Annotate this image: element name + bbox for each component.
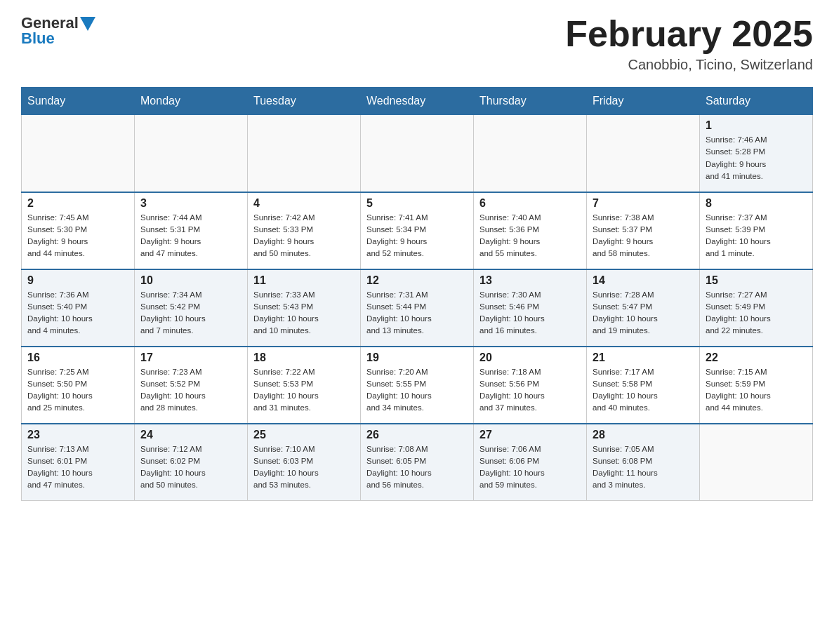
weekday-header-tuesday: Tuesday xyxy=(248,88,361,115)
day-number: 22 xyxy=(706,351,807,364)
day-number: 16 xyxy=(27,351,128,364)
calendar-cell xyxy=(248,115,361,192)
day-number: 9 xyxy=(27,274,128,287)
calendar-cell: 5Sunrise: 7:41 AM Sunset: 5:34 PM Daylig… xyxy=(361,192,474,269)
calendar-cell: 27Sunrise: 7:06 AM Sunset: 6:06 PM Dayli… xyxy=(474,424,587,501)
day-number: 17 xyxy=(140,351,241,364)
calendar-cell: 8Sunrise: 7:37 AM Sunset: 5:39 PM Daylig… xyxy=(700,192,813,269)
day-info: Sunrise: 7:31 AM Sunset: 5:44 PM Dayligh… xyxy=(366,289,468,337)
weekday-header-row: SundayMondayTuesdayWednesdayThursdayFrid… xyxy=(22,88,813,115)
day-info: Sunrise: 7:20 AM Sunset: 5:55 PM Dayligh… xyxy=(366,366,468,415)
calendar-cell: 22Sunrise: 7:15 AM Sunset: 5:59 PM Dayli… xyxy=(700,347,813,424)
calendar-cell: 2Sunrise: 7:45 AM Sunset: 5:30 PM Daylig… xyxy=(22,192,135,269)
calendar-cell: 7Sunrise: 7:38 AM Sunset: 5:37 PM Daylig… xyxy=(587,192,700,269)
calendar-cell: 17Sunrise: 7:23 AM Sunset: 5:52 PM Dayli… xyxy=(135,347,248,424)
day-info: Sunrise: 7:27 AM Sunset: 5:49 PM Dayligh… xyxy=(706,289,807,337)
calendar-cell: 13Sunrise: 7:30 AM Sunset: 5:46 PM Dayli… xyxy=(474,269,587,347)
day-info: Sunrise: 7:37 AM Sunset: 5:39 PM Dayligh… xyxy=(706,212,807,260)
day-number: 6 xyxy=(479,197,581,210)
day-info: Sunrise: 7:10 AM Sunset: 6:03 PM Dayligh… xyxy=(253,443,355,492)
calendar-cell: 20Sunrise: 7:18 AM Sunset: 5:56 PM Dayli… xyxy=(474,347,587,424)
weekday-header-sunday: Sunday xyxy=(22,88,135,115)
day-info: Sunrise: 7:36 AM Sunset: 5:40 PM Dayligh… xyxy=(27,289,128,337)
weekday-header-monday: Monday xyxy=(135,88,248,115)
day-number: 10 xyxy=(140,274,241,287)
day-number: 5 xyxy=(366,197,468,210)
day-number: 11 xyxy=(253,274,355,287)
day-info: Sunrise: 7:18 AM Sunset: 5:56 PM Dayligh… xyxy=(479,366,581,415)
day-number: 18 xyxy=(253,351,355,364)
day-info: Sunrise: 7:28 AM Sunset: 5:47 PM Dayligh… xyxy=(593,289,694,337)
calendar-cell: 3Sunrise: 7:44 AM Sunset: 5:31 PM Daylig… xyxy=(135,192,248,269)
calendar-cell: 19Sunrise: 7:20 AM Sunset: 5:55 PM Dayli… xyxy=(361,347,474,424)
day-info: Sunrise: 7:25 AM Sunset: 5:50 PM Dayligh… xyxy=(27,366,128,415)
day-info: Sunrise: 7:33 AM Sunset: 5:43 PM Dayligh… xyxy=(253,289,355,337)
logo: General Blue xyxy=(21,14,95,48)
month-title: February 2025 xyxy=(565,14,813,54)
calendar-cell: 25Sunrise: 7:10 AM Sunset: 6:03 PM Dayli… xyxy=(248,424,361,501)
calendar-cell: 26Sunrise: 7:08 AM Sunset: 6:05 PM Dayli… xyxy=(361,424,474,501)
weekday-header-friday: Friday xyxy=(587,88,700,115)
calendar-table: SundayMondayTuesdayWednesdayThursdayFrid… xyxy=(21,87,813,501)
day-number: 28 xyxy=(593,429,694,441)
calendar-cell: 28Sunrise: 7:05 AM Sunset: 6:08 PM Dayli… xyxy=(587,424,700,501)
day-number: 12 xyxy=(366,274,468,287)
location: Canobbio, Ticino, Switzerland xyxy=(565,57,813,73)
calendar-cell: 4Sunrise: 7:42 AM Sunset: 5:33 PM Daylig… xyxy=(248,192,361,269)
calendar-week-row: 2Sunrise: 7:45 AM Sunset: 5:30 PM Daylig… xyxy=(22,192,813,269)
day-number: 8 xyxy=(706,197,807,210)
day-number: 7 xyxy=(593,197,694,210)
day-info: Sunrise: 7:46 AM Sunset: 5:28 PM Dayligh… xyxy=(706,134,807,182)
day-number: 20 xyxy=(479,351,581,364)
day-number: 24 xyxy=(140,429,241,441)
day-info: Sunrise: 7:06 AM Sunset: 6:06 PM Dayligh… xyxy=(479,443,581,492)
day-info: Sunrise: 7:15 AM Sunset: 5:59 PM Dayligh… xyxy=(706,366,807,415)
day-info: Sunrise: 7:38 AM Sunset: 5:37 PM Dayligh… xyxy=(593,212,694,260)
day-number: 21 xyxy=(593,351,694,364)
day-info: Sunrise: 7:23 AM Sunset: 5:52 PM Dayligh… xyxy=(140,366,241,415)
calendar-cell: 1Sunrise: 7:46 AM Sunset: 5:28 PM Daylig… xyxy=(700,115,813,192)
logo-triangle-icon xyxy=(80,17,95,31)
day-info: Sunrise: 7:30 AM Sunset: 5:46 PM Dayligh… xyxy=(479,289,581,337)
day-number: 4 xyxy=(253,197,355,210)
calendar-cell: 10Sunrise: 7:34 AM Sunset: 5:42 PM Dayli… xyxy=(135,269,248,347)
day-number: 13 xyxy=(479,274,581,287)
calendar-cell: 6Sunrise: 7:40 AM Sunset: 5:36 PM Daylig… xyxy=(474,192,587,269)
logo-blue: Blue xyxy=(21,29,55,48)
calendar-cell xyxy=(22,115,135,192)
day-info: Sunrise: 7:05 AM Sunset: 6:08 PM Dayligh… xyxy=(593,443,694,492)
day-number: 23 xyxy=(27,429,128,441)
calendar-cell: 21Sunrise: 7:17 AM Sunset: 5:58 PM Dayli… xyxy=(587,347,700,424)
day-info: Sunrise: 7:42 AM Sunset: 5:33 PM Dayligh… xyxy=(253,212,355,260)
day-number: 3 xyxy=(140,197,241,210)
day-number: 27 xyxy=(479,429,581,441)
day-number: 1 xyxy=(706,119,807,132)
calendar-cell xyxy=(135,115,248,192)
calendar-week-row: 1Sunrise: 7:46 AM Sunset: 5:28 PM Daylig… xyxy=(22,115,813,192)
weekday-header-saturday: Saturday xyxy=(700,88,813,115)
calendar-cell: 23Sunrise: 7:13 AM Sunset: 6:01 PM Dayli… xyxy=(22,424,135,501)
calendar-cell: 18Sunrise: 7:22 AM Sunset: 5:53 PM Dayli… xyxy=(248,347,361,424)
day-info: Sunrise: 7:34 AM Sunset: 5:42 PM Dayligh… xyxy=(140,289,241,337)
calendar-cell xyxy=(587,115,700,192)
day-number: 26 xyxy=(366,429,468,441)
calendar-week-row: 23Sunrise: 7:13 AM Sunset: 6:01 PM Dayli… xyxy=(22,424,813,501)
calendar-cell: 9Sunrise: 7:36 AM Sunset: 5:40 PM Daylig… xyxy=(22,269,135,347)
calendar-cell: 15Sunrise: 7:27 AM Sunset: 5:49 PM Dayli… xyxy=(700,269,813,347)
day-info: Sunrise: 7:45 AM Sunset: 5:30 PM Dayligh… xyxy=(27,212,128,260)
weekday-header-wednesday: Wednesday xyxy=(361,88,474,115)
calendar-week-row: 16Sunrise: 7:25 AM Sunset: 5:50 PM Dayli… xyxy=(22,347,813,424)
calendar-cell xyxy=(361,115,474,192)
svg-marker-0 xyxy=(80,17,95,31)
title-section: February 2025 Canobbio, Ticino, Switzerl… xyxy=(565,14,813,73)
calendar-cell: 11Sunrise: 7:33 AM Sunset: 5:43 PM Dayli… xyxy=(248,269,361,347)
day-number: 14 xyxy=(593,274,694,287)
day-info: Sunrise: 7:22 AM Sunset: 5:53 PM Dayligh… xyxy=(253,366,355,415)
day-number: 15 xyxy=(706,274,807,287)
day-info: Sunrise: 7:44 AM Sunset: 5:31 PM Dayligh… xyxy=(140,212,241,260)
weekday-header-thursday: Thursday xyxy=(474,88,587,115)
day-number: 2 xyxy=(27,197,128,210)
day-info: Sunrise: 7:13 AM Sunset: 6:01 PM Dayligh… xyxy=(27,443,128,492)
day-info: Sunrise: 7:40 AM Sunset: 5:36 PM Dayligh… xyxy=(479,212,581,260)
day-info: Sunrise: 7:08 AM Sunset: 6:05 PM Dayligh… xyxy=(366,443,468,492)
